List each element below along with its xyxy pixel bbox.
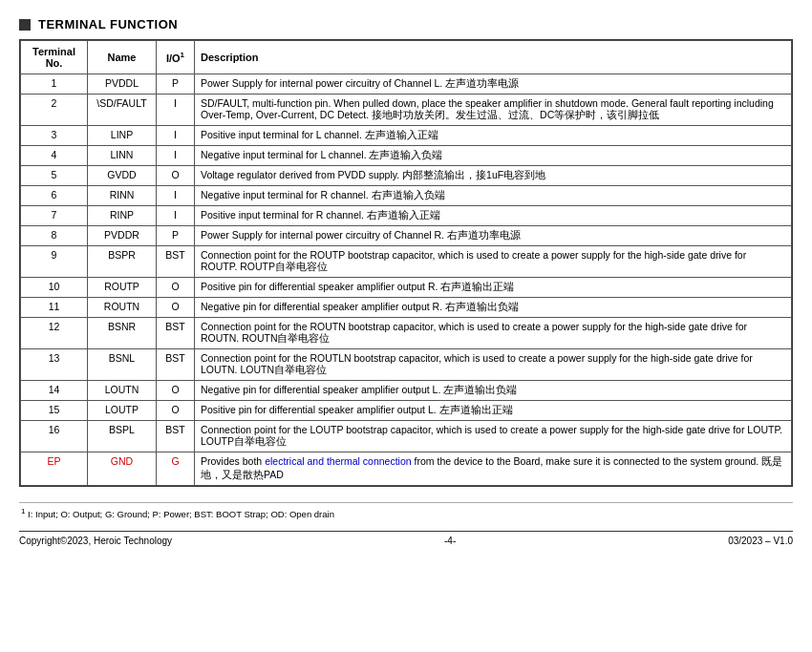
cell-io: I xyxy=(157,146,195,166)
cell-terminal: 5 xyxy=(21,166,88,186)
cell-io: G xyxy=(157,452,195,486)
cell-terminal: 14 xyxy=(21,381,88,401)
cell-name: ROUTN xyxy=(88,298,157,318)
cell-description: Positive pin for differential speaker am… xyxy=(195,278,792,298)
cell-description: Negative pin for differential speaker am… xyxy=(195,381,792,401)
table-row: 4LINNINegative input terminal for L chan… xyxy=(21,146,792,166)
cell-description: Connection point for the LOUTP bootstrap… xyxy=(195,421,792,452)
header-name: Name xyxy=(88,41,157,74)
table-row: 15LOUTPOPositive pin for differential sp… xyxy=(21,401,792,421)
cell-terminal: 12 xyxy=(21,318,88,349)
cell-terminal: 9 xyxy=(21,246,88,278)
cell-terminal: 6 xyxy=(21,186,88,206)
cell-name: LINP xyxy=(88,126,157,146)
cell-name: BSNL xyxy=(88,349,157,381)
cell-terminal: 1 xyxy=(21,74,88,95)
cell-name: BSPR xyxy=(88,246,157,278)
cell-description: Negative input terminal for R channel. 右… xyxy=(195,186,792,206)
cell-description: Positive pin for differential speaker am… xyxy=(195,401,792,421)
cell-description: Positive input terminal for L channel. 左… xyxy=(195,126,792,146)
cell-io: P xyxy=(157,74,195,95)
cell-io: BST xyxy=(157,421,195,452)
cell-terminal: 16 xyxy=(21,421,88,452)
cell-terminal: 4 xyxy=(21,146,88,166)
footnote-sup: 1 xyxy=(21,507,25,515)
cell-terminal: 2 xyxy=(21,95,88,126)
cell-description: Negative pin for differential speaker am… xyxy=(195,298,792,318)
header-io: I/O1 xyxy=(157,41,195,74)
cell-name: LOUTN xyxy=(88,381,157,401)
desc-text-highlight: electrical and thermal connection xyxy=(265,455,412,467)
table-row: 3LINPIPositive input terminal for L chan… xyxy=(21,126,792,146)
footer-bar: Copyright©2023, Heroic Technology -4- 03… xyxy=(19,531,793,546)
cell-name: GVDD xyxy=(88,166,157,186)
cell-name: PVDDR xyxy=(88,226,157,246)
cell-description: Power Supply for internal power circuitr… xyxy=(195,226,792,246)
cell-io: BST xyxy=(157,349,195,381)
cell-io: I xyxy=(157,126,195,146)
terminal-table-container: Terminal No. Name I/O1 Description 1PVDD… xyxy=(19,39,793,487)
cell-name: GND xyxy=(88,452,157,486)
footnote-content: I: Input; O: Output; G: Ground; P: Power… xyxy=(28,509,334,519)
cell-terminal: 13 xyxy=(21,349,88,381)
section-title-text: TERMINAL FUNCTION xyxy=(38,17,178,32)
page-wrapper: TERMINAL FUNCTION Terminal No. Name I/O1… xyxy=(0,0,812,556)
cell-terminal: 15 xyxy=(21,401,88,421)
table-row: 5GVDDOVoltage regulator derived from PVD… xyxy=(21,166,792,186)
cell-description: Connection point for the ROUTLN bootstra… xyxy=(195,349,792,381)
cell-name: LOUTP xyxy=(88,401,157,421)
cell-terminal: 7 xyxy=(21,206,88,226)
table-row: EPGNDGProvides both electrical and therm… xyxy=(21,452,792,486)
cell-io: I xyxy=(157,95,195,126)
footer-right: 03/2023 – V1.0 xyxy=(728,536,793,546)
table-row: 10ROUTPOPositive pin for differential sp… xyxy=(21,278,792,298)
footer-center: -4- xyxy=(444,536,456,546)
cell-name: BSNR xyxy=(88,318,157,349)
cell-description: Negative input terminal for L channel. 左… xyxy=(195,146,792,166)
cell-io: O xyxy=(157,401,195,421)
cell-io: BST xyxy=(157,318,195,349)
table-row: 8PVDDRPPower Supply for internal power c… xyxy=(21,226,792,246)
cell-name: \SD/FAULT xyxy=(88,95,157,126)
table-row: 7RINPIPositive input terminal for R chan… xyxy=(21,206,792,226)
cell-name: LINN xyxy=(88,146,157,166)
cell-description: Power Supply for internal power circuitr… xyxy=(195,74,792,95)
header-io-text: I/O xyxy=(166,53,181,64)
table-row: 16BSPLBSTConnection point for the LOUTP … xyxy=(21,421,792,452)
footnote-area: 1 I: Input; O: Output; G: Ground; P: Pow… xyxy=(19,502,793,519)
cell-name: RINN xyxy=(88,186,157,206)
title-square-icon xyxy=(19,19,31,31)
cell-io: O xyxy=(157,166,195,186)
cell-description: SD/FAULT, multi-function pin. When pulle… xyxy=(195,95,792,126)
cell-io: I xyxy=(157,206,195,226)
cell-description: Connection point for the ROUTN bootstrap… xyxy=(195,318,792,349)
table-row: 2\SD/FAULTISD/FAULT, multi-function pin.… xyxy=(21,95,792,126)
cell-terminal: 11 xyxy=(21,298,88,318)
table-body: 1PVDDLPPower Supply for internal power c… xyxy=(21,74,792,486)
cell-name: BSPL xyxy=(88,421,157,452)
section-title: TERMINAL FUNCTION xyxy=(19,17,793,32)
cell-description: Positive input terminal for R channel. 右… xyxy=(195,206,792,226)
table-row: 13BSNLBSTConnection point for the ROUTLN… xyxy=(21,349,792,381)
cell-name: PVDDL xyxy=(88,74,157,95)
cell-io: O xyxy=(157,298,195,318)
table-header-row: Terminal No. Name I/O1 Description xyxy=(21,41,792,74)
cell-io: P xyxy=(157,226,195,246)
cell-terminal: 10 xyxy=(21,278,88,298)
cell-terminal: EP xyxy=(21,452,88,486)
cell-description: Connection point for the ROUTP bootstrap… xyxy=(195,246,792,278)
cell-description: Provides both electrical and thermal con… xyxy=(195,452,792,486)
cell-terminal: 8 xyxy=(21,226,88,246)
terminal-table: Terminal No. Name I/O1 Description 1PVDD… xyxy=(20,40,792,486)
table-row: 14LOUTNONegative pin for differential sp… xyxy=(21,381,792,401)
table-row: 11ROUTNONegative pin for differential sp… xyxy=(21,298,792,318)
cell-terminal: 3 xyxy=(21,126,88,146)
table-row: 12BSNRBSTConnection point for the ROUTN … xyxy=(21,318,792,349)
cell-name: RINP xyxy=(88,206,157,226)
desc-text-before: Provides both xyxy=(201,455,265,467)
table-row: 6RINNINegative input terminal for R chan… xyxy=(21,186,792,206)
header-description: Description xyxy=(195,41,792,74)
footnote-text: 1 I: Input; O: Output; G: Ground; P: Pow… xyxy=(21,507,791,519)
cell-io: BST xyxy=(157,246,195,278)
cell-io: O xyxy=(157,381,195,401)
